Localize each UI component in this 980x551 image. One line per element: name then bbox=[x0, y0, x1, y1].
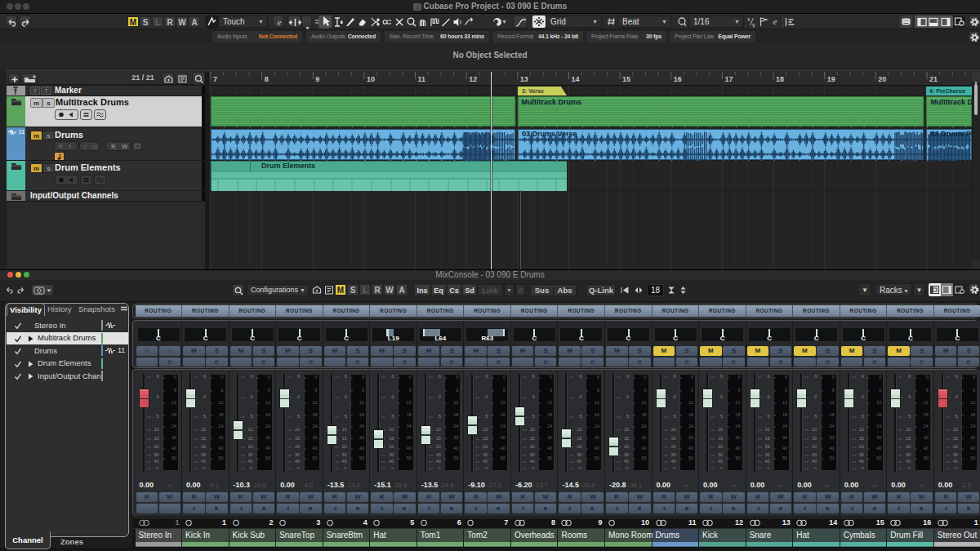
svg-text:CD: CD bbox=[91, 144, 98, 149]
svg-text:y: y bbox=[752, 22, 755, 29]
svg-text:e: e bbox=[278, 17, 282, 27]
svg-text:e: e bbox=[84, 143, 87, 150]
svg-text:e: e bbox=[773, 16, 777, 26]
svg-text:W: W bbox=[122, 143, 128, 150]
svg-text:x: x bbox=[747, 16, 751, 22]
svg-text:R: R bbox=[111, 143, 116, 150]
